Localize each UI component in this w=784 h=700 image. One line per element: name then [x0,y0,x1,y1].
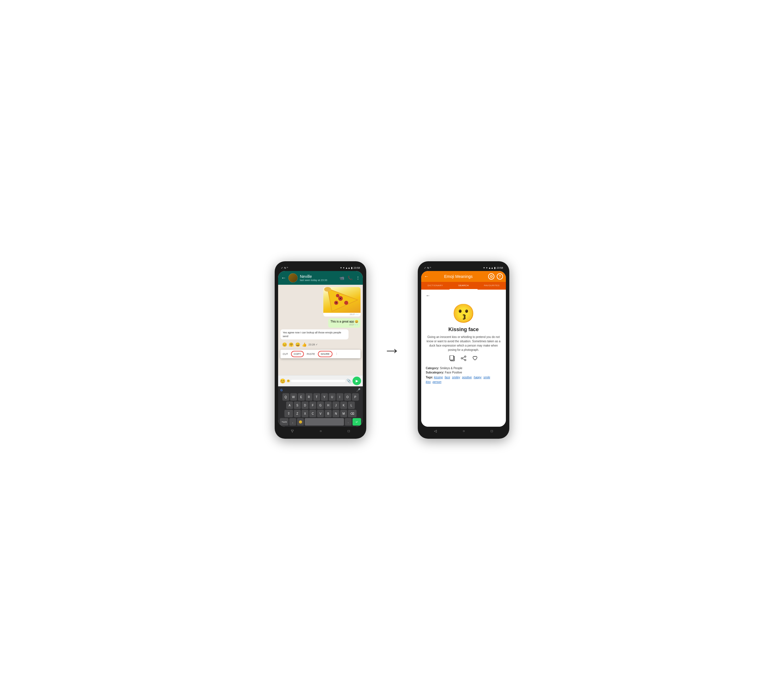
svg-rect-10 [450,355,453,360]
emoji-back-button[interactable]: ← [424,274,429,279]
message-input[interactable] [291,380,345,382]
keyboard-row-2: A S D F G H J K L [279,402,362,409]
key-p[interactable]: P [352,393,359,401]
key-period[interactable]: . [345,418,352,425]
cut-button[interactable]: CUT [280,352,290,357]
paste-button[interactable]: PASTE [305,352,317,357]
svg-marker-0 [328,288,358,312]
category-row: Category: Smileys & People [426,367,501,370]
key-r[interactable]: R [306,393,313,401]
notification-icon: ✓ [281,267,283,269]
tag-person[interactable]: person [433,380,441,383]
key-e[interactable]: E [298,393,305,401]
tag-kiss[interactable]: kiss [426,380,431,383]
nfc-icon: N [284,267,286,269]
share-button[interactable]: SHARE [318,351,333,357]
nav-back-icon[interactable]: ▽ [291,429,294,433]
copy-button[interactable]: COPY [291,351,304,357]
key-m[interactable]: M [340,410,347,417]
tag-positive[interactable]: positive [462,376,472,379]
tab-favourites[interactable]: FAVOURITES [478,282,506,290]
right-status-left: ✓ N ᵇ [424,267,431,269]
attach-icon[interactable]: 📎 [346,378,351,383]
emoji-display: 😗 [452,303,475,324]
key-g[interactable]: G [317,402,324,409]
emoji-content-area: ← 😗 Kissing face Giving an innocent kiss… [421,290,506,427]
key-u[interactable]: U [329,393,336,401]
key-shift[interactable]: ⇧ [285,410,293,417]
tag-smile[interactable]: smile [484,376,490,379]
key-v[interactable]: V [317,410,324,417]
tag-smiley[interactable]: smiley [452,376,460,379]
key-x[interactable]: X [301,410,308,417]
key-a[interactable]: A [286,402,293,409]
key-z[interactable]: Z [294,410,301,417]
svg-point-7 [340,298,341,299]
keyboard-row-4: ?123 , 😊 . ↵ [279,418,362,425]
key-o[interactable]: O [344,393,351,401]
key-enter[interactable]: ↵ [353,418,361,425]
emoji-content-back[interactable]: ← [426,293,430,298]
settings-icon[interactable]: ⚙ [488,273,494,280]
wa-chat: 23:27 ✓✓ This is a great app 😀 23:27 ✓✓ … [278,285,363,375]
sync-icon-r: ᵇ [430,267,431,269]
emoji-4: 👍 [302,342,307,347]
key-y[interactable]: Y [321,393,328,401]
time-display-r: 23:58 [496,267,503,269]
nav-back-icon-r[interactable]: ◁ [434,429,437,433]
share-emoji-button[interactable] [461,355,466,363]
key-q[interactable]: Q [282,393,289,401]
favorite-emoji-button[interactable] [472,355,478,363]
key-k[interactable]: K [340,402,347,409]
wifi-icon: ▾ [343,267,345,269]
copy-emoji-button[interactable] [449,355,455,363]
key-n[interactable]: N [333,410,340,417]
key-h[interactable]: H [325,402,331,409]
key-t[interactable]: T [313,393,320,401]
wifi-icon-r: ▾ [486,267,488,269]
nav-recent-icon[interactable]: □ [348,429,350,433]
key-space[interactable] [305,418,344,425]
right-phone-inner: ← Emoji Meanings ⚙ ? DICTIONARY SEARCH F… [421,271,506,427]
mic-icon[interactable]: 🎤 [356,388,361,392]
emoji-button[interactable]: 😊 [280,378,286,384]
nav-home-icon[interactable]: ○ [320,429,321,433]
key-delete[interactable]: ⌫ [348,410,356,417]
nav-home-icon-r[interactable]: ○ [463,429,465,433]
contact-name[interactable]: Neville [300,274,337,279]
copy-icon-svg [449,355,455,362]
voice-call-icon[interactable]: 📞 [348,276,353,280]
key-emoji[interactable]: 😊 [297,418,304,425]
key-b[interactable]: B [325,410,331,417]
key-f[interactable]: F [309,402,316,409]
key-s[interactable]: S [294,402,301,409]
emoji-indicator: 🤗 [287,380,290,382]
tag-face[interactable]: face [444,376,450,379]
key-d[interactable]: D [301,402,308,409]
video-call-icon[interactable]: 📹 [340,276,344,280]
notification-icon-r: ✓ [424,267,426,269]
key-j[interactable]: J [333,402,340,409]
tag-happy[interactable]: happy [474,376,481,379]
key-comma[interactable]: , [289,418,296,425]
menu-icon[interactable]: ⋮ [356,276,360,280]
send-button[interactable]: ▶ [353,377,361,385]
wa-back-button[interactable]: ← [281,275,286,281]
key-num[interactable]: ?123 [280,418,288,425]
image-time: 23:27 ✓✓ [348,313,361,317]
battery-icon-r: ▮ [494,267,496,269]
nav-recent-icon-r[interactable]: □ [491,429,493,433]
avatar-image [288,273,298,282]
wa-header-icons: 📹 📞 ⋮ [340,276,360,280]
tab-dictionary[interactable]: DICTIONARY [421,282,449,290]
tab-search[interactable]: SEARCH [449,282,478,290]
left-status-bar: ✓ N ᵇ ✦ ▾ ▲▲ ▮ 23:58 [278,265,363,271]
tag-kissing[interactable]: kissing [434,376,443,379]
key-i[interactable]: I [336,393,343,401]
key-l[interactable]: L [348,402,355,409]
more-button[interactable]: ⋮ [333,352,340,357]
contact-avatar [288,273,298,282]
key-w[interactable]: W [290,393,297,401]
key-c[interactable]: C [309,410,316,417]
help-icon[interactable]: ? [497,273,503,280]
